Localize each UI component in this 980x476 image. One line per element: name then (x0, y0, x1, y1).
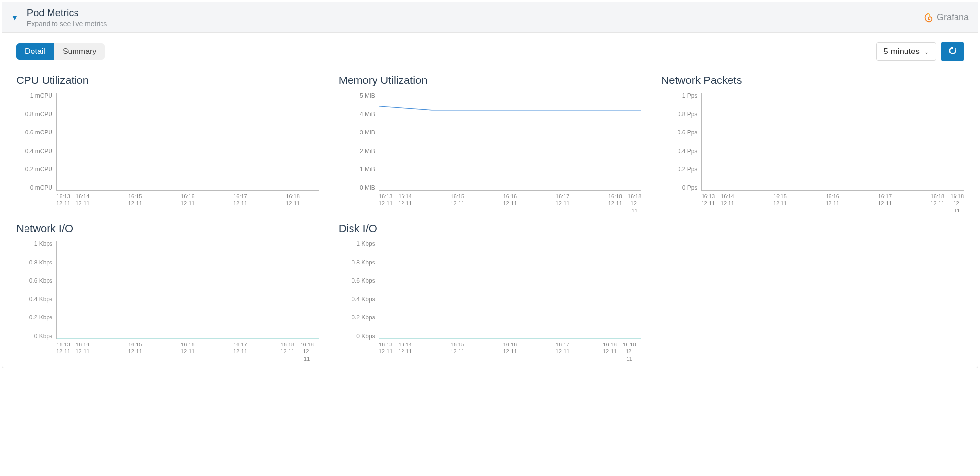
x-tick: 16:1512-11 (451, 193, 464, 207)
chart-plot: 1 Pps0.8 Pps0.6 Pps0.4 Pps0.2 Pps0 Pps16… (661, 93, 964, 206)
x-tick: 16:1812-11 (623, 341, 636, 362)
x-tick: 16:1312-11 (379, 193, 393, 207)
grafana-link[interactable]: Grafana (923, 12, 969, 23)
chart-plot: 1 Kbps0.8 Kbps0.6 Kbps0.4 Kbps0.2 Kbps0 … (16, 241, 319, 354)
chevron-down-icon: ⌄ (924, 48, 929, 55)
x-tick: 16:1512-11 (451, 341, 464, 355)
y-axis: 1 mCPU0.8 mCPU0.6 mCPU0.4 mCPU0.2 mCPU0 … (16, 93, 56, 191)
x-tick: 16:1812-11 (628, 193, 642, 214)
x-tick: 16:1712-11 (878, 193, 892, 207)
y-tick: 0.6 mCPU (25, 130, 52, 135)
x-tick: 16:1812-11 (608, 193, 622, 207)
x-axis: 16:1312-1116:1412-1116:1512-1116:1612-11… (379, 339, 642, 354)
chart-cpu: CPU Utilization1 mCPU0.8 mCPU0.6 mCPU0.4… (16, 74, 319, 206)
y-tick: 3 MiB (360, 130, 375, 135)
x-tick: 16:1312-11 (56, 341, 70, 355)
grafana-label: Grafana (937, 12, 969, 23)
y-tick: 0.4 Pps (678, 148, 698, 154)
x-tick: 16:1612-11 (503, 341, 517, 355)
y-tick: 0 MiB (360, 185, 375, 191)
y-tick: 0.8 Kbps (352, 260, 375, 265)
plot-area[interactable] (379, 93, 642, 191)
y-axis: 1 Pps0.8 Pps0.6 Pps0.4 Pps0.2 Pps0 Pps (661, 93, 701, 191)
y-tick: 0.8 Kbps (29, 260, 52, 265)
y-tick: 5 MiB (360, 93, 375, 99)
x-tick: 16:1312-11 (701, 193, 715, 207)
x-tick: 16:1812-11 (300, 341, 314, 362)
y-tick: 0 Kbps (34, 333, 52, 339)
x-axis: 16:1312-1116:1412-1116:1512-1116:1612-11… (56, 339, 319, 354)
header-titles: Pod Metrics Expand to see live metrics (27, 7, 923, 27)
panel-body: Detail Summary 5 minutes ⌄ CPU Utilizati… (2, 33, 978, 368)
x-tick: 16:1412-11 (75, 341, 89, 355)
panel-header: ▼ Pod Metrics Expand to see live metrics… (2, 2, 978, 33)
x-tick: 16:1312-11 (379, 341, 393, 355)
x-tick: 16:1812-11 (280, 341, 294, 355)
y-tick: 0 Pps (682, 185, 698, 191)
x-axis: 16:1312-1116:1412-1116:1512-1116:1612-11… (56, 191, 319, 206)
plot-area[interactable] (379, 241, 642, 339)
y-tick: 1 Pps (682, 93, 698, 99)
y-tick: 1 Kbps (356, 241, 375, 247)
y-tick: 0.6 Kbps (29, 278, 52, 284)
time-range-select[interactable]: 5 minutes ⌄ (876, 42, 936, 61)
x-tick: 16:1512-11 (773, 193, 787, 207)
plot-area[interactable] (701, 93, 964, 191)
x-tick: 16:1512-11 (128, 193, 142, 207)
x-tick: 16:1512-11 (128, 341, 142, 355)
x-tick: 16:1812-11 (603, 341, 617, 355)
y-axis: 1 Kbps0.8 Kbps0.6 Kbps0.4 Kbps0.2 Kbps0 … (339, 241, 379, 339)
chart-netio: Network I/O1 Kbps0.8 Kbps0.6 Kbps0.4 Kbp… (16, 222, 319, 354)
y-tick: 0.2 Pps (678, 166, 698, 172)
y-tick: 1 MiB (360, 166, 375, 172)
chart-title: Disk I/O (339, 222, 642, 235)
x-axis: 16:1312-1116:1412-1116:1512-1116:1612-11… (701, 191, 964, 206)
toolbar: Detail Summary 5 minutes ⌄ (16, 42, 964, 61)
y-tick: 0.8 Pps (678, 111, 698, 117)
x-tick: 16:1712-11 (556, 193, 570, 207)
plot-area[interactable] (56, 241, 319, 339)
x-tick: 16:1412-11 (75, 193, 89, 207)
x-axis: 16:1312-1116:1412-1116:1512-1116:1612-11… (379, 191, 642, 206)
y-tick: 0.4 mCPU (25, 148, 52, 154)
chart-title: CPU Utilization (16, 74, 319, 87)
tab-detail[interactable]: Detail (16, 43, 54, 60)
chart-packets: Network Packets1 Pps0.8 Pps0.6 Pps0.4 Pp… (661, 74, 964, 206)
y-axis: 5 MiB4 MiB3 MiB2 MiB1 MiB0 MiB (339, 93, 379, 191)
y-tick: 0.6 Kbps (352, 278, 375, 284)
x-tick: 16:1612-11 (181, 341, 195, 355)
toolbar-right: 5 minutes ⌄ (876, 42, 964, 61)
x-tick: 16:1812-11 (286, 193, 300, 207)
y-tick: 0.2 Kbps (352, 315, 375, 320)
expand-caret-icon[interactable]: ▼ (11, 14, 18, 22)
panel-title: Pod Metrics (27, 7, 923, 19)
plot-area[interactable] (56, 93, 319, 191)
x-tick: 16:1712-11 (556, 341, 570, 355)
x-tick: 16:1412-11 (398, 193, 412, 207)
refresh-button[interactable] (941, 42, 964, 61)
pod-metrics-panel: ▼ Pod Metrics Expand to see live metrics… (2, 2, 978, 368)
chart-memory: Memory Utilization5 MiB4 MiB3 MiB2 MiB1 … (339, 74, 642, 206)
chart-plot: 1 Kbps0.8 Kbps0.6 Kbps0.4 Kbps0.2 Kbps0 … (339, 241, 642, 354)
y-tick: 1 mCPU (30, 93, 52, 99)
y-tick: 0 Kbps (356, 333, 375, 339)
chart-plot: 1 mCPU0.8 mCPU0.6 mCPU0.4 mCPU0.2 mCPU0 … (16, 93, 319, 206)
y-tick: 0.8 mCPU (25, 111, 52, 117)
chart-title: Network Packets (661, 74, 964, 87)
y-tick: 0.4 Kbps (29, 296, 52, 302)
chart-title: Memory Utilization (339, 74, 642, 87)
tab-summary[interactable]: Summary (54, 43, 105, 60)
chart-plot: 5 MiB4 MiB3 MiB2 MiB1 MiB0 MiB16:1312-11… (339, 93, 642, 206)
panel-subtitle: Expand to see live metrics (27, 20, 923, 27)
x-tick: 16:1812-11 (950, 193, 964, 214)
y-tick: 2 MiB (360, 148, 375, 154)
x-tick: 16:1712-11 (233, 193, 247, 207)
y-tick: 0 mCPU (30, 185, 52, 191)
x-tick: 16:1412-11 (721, 193, 734, 207)
y-tick: 0.4 Kbps (352, 296, 375, 302)
grafana-icon (923, 12, 934, 23)
chart-diskio: Disk I/O1 Kbps0.8 Kbps0.6 Kbps0.4 Kbps0.… (339, 222, 642, 354)
x-tick: 16:1412-11 (398, 341, 412, 355)
x-tick: 16:1612-11 (826, 193, 839, 207)
y-tick: 0.2 mCPU (25, 166, 52, 172)
